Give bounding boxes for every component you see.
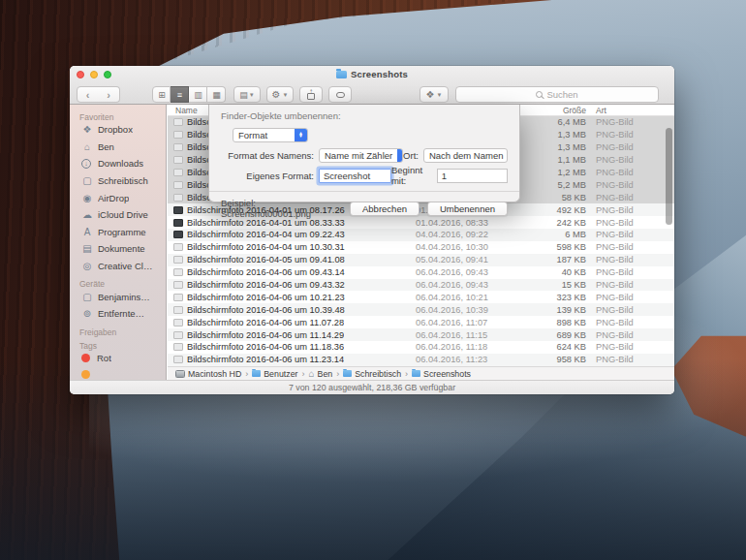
sidebar-item-entfernte[interactable]: ⊚Entfernte… [70, 305, 166, 323]
share-button[interactable] [299, 86, 323, 103]
file-name-cell: Bildschirmfoto 2016-04-06 um 11.07.28 [168, 318, 416, 327]
tags-button[interactable] [328, 86, 352, 103]
table-row[interactable]: Bildschirmfoto 2016-04-06 um 11.07.2806.… [168, 316, 674, 328]
file-kind: PNG-Bild [590, 305, 648, 315]
column-view-button[interactable]: ▥ [189, 86, 207, 103]
file-size: 1,3 MB [530, 142, 590, 152]
sidebar-item-programme[interactable]: AProgramme [70, 224, 166, 241]
path-separator-icon: › [405, 369, 408, 379]
sidebar-item-label: Schreibtisch [98, 175, 148, 186]
desktop-icon: ▢ [81, 175, 93, 186]
sidebar-item-rot[interactable]: Rot [70, 350, 166, 367]
file-thumbnail-icon [173, 118, 183, 126]
file-size: 242 KB [530, 218, 590, 228]
file-size: 598 KB [530, 242, 590, 252]
sidebar-header-freigaben: Freigaben [70, 323, 166, 336]
path-item-benutzer[interactable]: Benutzer [252, 369, 297, 379]
apps-icon: A [81, 227, 93, 237]
column-header-kind[interactable]: Art [590, 106, 648, 115]
table-row[interactable]: Bildschirmfoto 2016-04-06 um 09.43.3206.… [168, 279, 674, 292]
vertical-scrollbar[interactable] [666, 128, 672, 225]
position-select[interactable]: Nach dem Namen ▲▼ [423, 148, 508, 163]
path-item-label: Screenshots [423, 369, 471, 379]
file-name-cell: Bildschirmfoto 2016-04-06 um 10.21.23 [168, 293, 416, 302]
sidebar-item-creative-cl[interactable]: ◎Creative Cl… [70, 258, 166, 275]
file-kind: PNG-Bild [590, 142, 648, 152]
file-thumbnail-icon [173, 256, 183, 264]
sidebar-item-label: Benjamins… [98, 292, 150, 302]
format-select-value: Format [233, 130, 295, 140]
table-row[interactable]: Bildschirmfoto 2016-04-05 um 09.41.0805.… [168, 254, 674, 266]
table-row[interactable]: Bildschirmfoto 2016-04-04 um 10.30.3104.… [168, 241, 674, 254]
table-row[interactable]: Bildschirmfoto 2016-04-06 um 11.14.2906.… [168, 328, 674, 341]
gear-icon: ⚙ [272, 89, 281, 100]
file-size: 5,2 MB [530, 180, 590, 190]
search-input[interactable]: Suchen [455, 86, 659, 103]
sidebar-item-ben[interactable]: ⌂Ben [70, 139, 166, 156]
finder-window: Screenshots ‹ › ⊞ ≡ ▥ ▦ ▤▼ ⚙▼ ❖▼ Suchen … [70, 66, 674, 394]
file-name-cell: Bildschirmfoto 2016-04-06 um 10.39.48 [168, 305, 416, 315]
file-thumbnail-icon [173, 356, 183, 363]
custom-format-input[interactable]: Screenshot [319, 169, 391, 183]
path-item-ben[interactable]: ⌂Ben [308, 369, 332, 379]
table-row[interactable]: Bildschirmfoto 2016-04-06 um 10.39.4806.… [168, 303, 674, 316]
file-thumbnail-icon [173, 219, 183, 227]
sidebar-item-label: Downloads [98, 158, 143, 169]
file-thumbnail-icon [173, 331, 183, 339]
dropbox-toolbar-button[interactable]: ❖▼ [420, 86, 449, 103]
table-row[interactable]: Bildschirmfoto 2016-04-04 um 09.22.4304.… [168, 229, 674, 241]
sidebar-item-label: Entfernte… [98, 308, 144, 319]
name-format-select[interactable]: Name mit Zähler ▲▼ [319, 148, 403, 163]
column-header-size[interactable]: Größe [530, 106, 590, 115]
name-format-label: Format des Namens: [221, 150, 314, 161]
rename-button[interactable]: Umbenennen [427, 202, 508, 216]
file-kind: PNG-Bild [590, 180, 648, 190]
path-item-schreibtisch[interactable]: Schreibtisch [343, 369, 401, 379]
arrange-button[interactable]: ▤▼ [233, 86, 261, 103]
home-icon: ⌂ [81, 141, 93, 152]
format-select[interactable]: Format ▲▼ [233, 128, 308, 142]
file-size: 1,1 MB [530, 155, 590, 165]
cancel-button[interactable]: Abbrechen [350, 202, 420, 216]
file-size: 624 KB [530, 342, 590, 352]
arrange-icon: ▤ [239, 90, 247, 100]
sidebar-header-tags: Tags [70, 336, 166, 350]
file-name: Bildschirmfoto 2016-04-06 um 09.43.14 [187, 267, 345, 277]
file-thumbnail-icon [173, 206, 183, 214]
start-input[interactable]: 1 [437, 169, 508, 183]
back-button[interactable]: ‹ [77, 86, 99, 103]
path-separator-icon: › [245, 369, 248, 379]
file-kind: PNG-Bild [590, 130, 648, 140]
sidebar-item-icloud-drive[interactable]: ☁iCloud Drive [70, 206, 166, 224]
path-item-screenshots[interactable]: Screenshots [412, 369, 471, 379]
sidebar-header-favoriten: Favoriten [70, 108, 166, 121]
table-row[interactable]: Bildschirmfoto 2016-04-06 um 09.43.1406.… [168, 266, 674, 279]
sidebar-item-downloads[interactable]: ↓Downloads [70, 155, 166, 172]
sidebar-item-airdrop[interactable]: ◉AirDrop [70, 189, 166, 206]
sidebar-item-dokumente[interactable]: ▤Dokumente [70, 240, 166, 258]
table-row[interactable]: Bildschirmfoto 2016-04-06 um 10.21.2306.… [168, 291, 674, 303]
path-item-macintosh-hd[interactable]: Macintosh HD [175, 369, 241, 379]
action-button[interactable]: ⚙▼ [266, 86, 294, 103]
list-view-button[interactable]: ≡ [171, 86, 189, 103]
sidebar-item-schreibtisch[interactable]: ▢Schreibtisch [70, 172, 166, 190]
file-name: Bildschirmfoto 2016-04-04 um 09.22.43 [187, 230, 345, 239]
file-name-cell: Bildschirmfoto 2016-04-06 um 11.18.36 [168, 342, 416, 352]
sidebar-item-benjamins[interactable]: ▢Benjamins… [70, 288, 166, 305]
coverflow-view-button[interactable]: ▦ [207, 86, 226, 103]
icon-view-button[interactable]: ⊞ [152, 86, 171, 103]
sidebar-item-item[interactable] [70, 366, 166, 380]
file-thumbnail-icon [173, 268, 183, 276]
chevron-down-icon: ▼ [437, 92, 443, 98]
downloads-icon: ↓ [81, 159, 91, 169]
file-kind: PNG-Bild [590, 205, 648, 215]
table-row[interactable]: Bildschirmfoto 2016-04-06 um 11.23.1406.… [168, 354, 674, 366]
share-icon [307, 93, 315, 100]
file-size: 323 KB [530, 293, 590, 302]
table-row[interactable]: Bildschirmfoto 2016-04-06 um 11.18.3606.… [168, 341, 674, 354]
file-date: 06.04.2016, 11:07 [416, 318, 530, 327]
file-size: 1,2 MB [530, 168, 590, 177]
window-chrome: Screenshots ‹ › ⊞ ≡ ▥ ▦ ▤▼ ⚙▼ ❖▼ Suchen [70, 66, 674, 105]
sidebar-item-dropbox[interactable]: ❖Dropbox [70, 121, 166, 139]
forward-button[interactable]: › [98, 86, 120, 103]
